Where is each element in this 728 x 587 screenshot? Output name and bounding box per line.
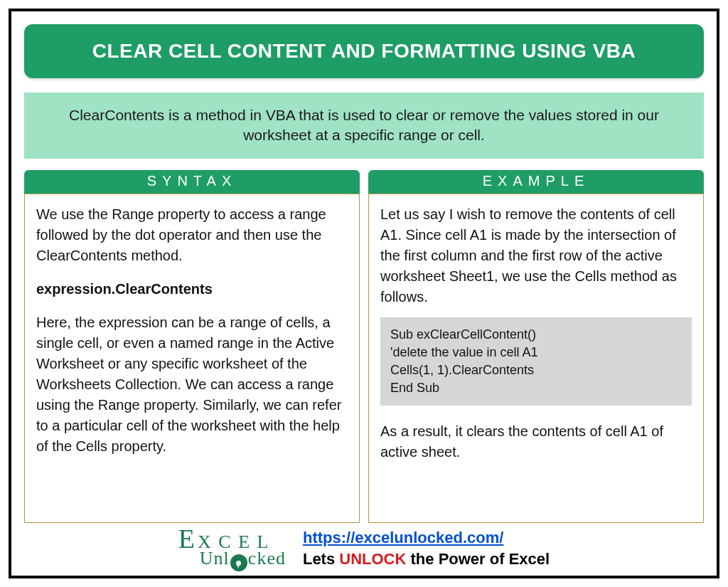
footer-text-block: https://excelunlocked.com/ Lets UNLOCK t… bbox=[303, 527, 550, 569]
site-link[interactable]: https://excelunlocked.com/ bbox=[303, 529, 503, 546]
example-result-text: As a result, it clears the contents of c… bbox=[380, 421, 692, 462]
footer: EX C E L Unlcked https://excelunlocked.c… bbox=[24, 523, 704, 571]
example-header: EXAMPLE bbox=[368, 170, 704, 194]
syntax-column: SYNTAX We use the Range property to acce… bbox=[24, 170, 360, 524]
tagline-post: the Power of Excel bbox=[406, 550, 550, 568]
brand-logo: EX C E L Unlcked bbox=[178, 527, 286, 570]
syntax-intro-text: We use the Range property to access a ra… bbox=[36, 204, 348, 266]
page-title: CLEAR CELL CONTENT AND FORMATTING USING … bbox=[24, 24, 704, 78]
syntax-expression: expression.ClearContents bbox=[36, 279, 348, 300]
syntax-header: SYNTAX bbox=[24, 170, 360, 194]
example-column: EXAMPLE Let us say I wish to remove the … bbox=[368, 170, 704, 524]
intro-description: ClearContents is a method in VBA that is… bbox=[24, 92, 704, 159]
syntax-explanation: Here, the expression can be a range of c… bbox=[36, 312, 348, 457]
content-columns: SYNTAX We use the Range property to acce… bbox=[24, 170, 704, 524]
tagline-pre: Lets bbox=[303, 550, 339, 568]
keyhole-icon bbox=[230, 554, 247, 571]
example-body: Let us say I wish to remove the contents… bbox=[368, 194, 704, 524]
example-intro-text: Let us say I wish to remove the contents… bbox=[380, 204, 692, 307]
example-code-block: Sub exClearCellContent() 'delete the val… bbox=[380, 317, 692, 406]
tagline-highlight: UNLOCK bbox=[339, 550, 406, 568]
syntax-body: We use the Range property to access a ra… bbox=[24, 194, 360, 524]
logo-text-bottom-right: cked bbox=[248, 548, 286, 569]
logo-text-bottom-left: Unl bbox=[200, 548, 230, 569]
document-frame: CLEAR CELL CONTENT AND FORMATTING USING … bbox=[9, 9, 719, 578]
